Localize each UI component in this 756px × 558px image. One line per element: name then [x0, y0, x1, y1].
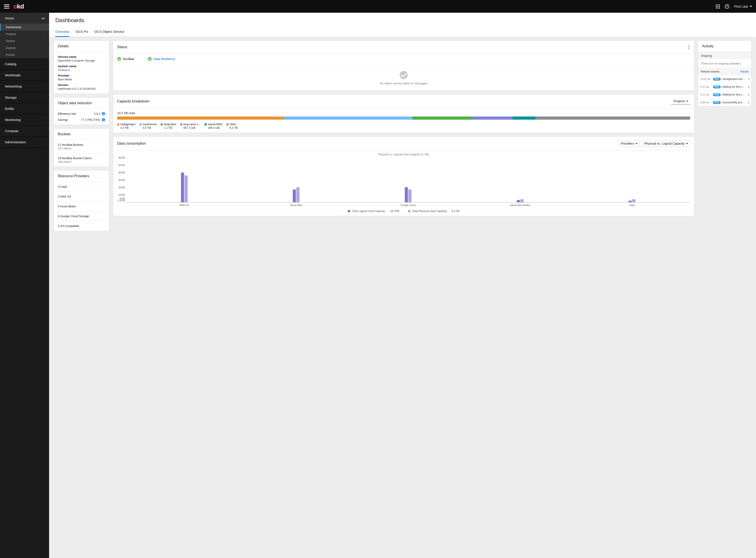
- bar-logical: [405, 187, 408, 202]
- help-icon[interactable]: ?: [725, 4, 729, 9]
- providers-card: Resource Providers 3 Ceph3 AWS S34 Azure…: [54, 170, 109, 231]
- event-row[interactable]: 9:08 amPVCSuccessfully provision...: [698, 98, 751, 106]
- bar-physical: [520, 199, 523, 202]
- sidebar-item-compute[interactable]: Compute: [0, 125, 49, 136]
- provider-row[interactable]: 5 S3 Compatible: [54, 221, 109, 231]
- provider-row[interactable]: 3 Ceph: [54, 182, 109, 192]
- efficiency-label: Efficiency rate: [58, 112, 76, 116]
- y-tick: 40TiB: [119, 171, 125, 174]
- legend-physical-label: Total Physical Used Capacity: [412, 209, 447, 213]
- y-tick: 10TiB: [119, 194, 125, 196]
- service-name-label: Service name: [58, 55, 105, 58]
- bar-chart: 2.5TiB5TiB10TiB20TiB30TiB40TiB50TiB60TiB: [126, 158, 690, 202]
- capacity-legend: mybigproject4.3 TiBmyotherone3.8 TiBtest…: [117, 123, 690, 129]
- buckets-card: Buckets 12 NooBaa Buckets132 objects15 N…: [54, 128, 109, 167]
- legend-physical-value: 6.1TiB: [452, 209, 459, 213]
- bucket-sub: 132 objects: [58, 147, 105, 150]
- sidebar-item-search[interactable]: Search: [0, 37, 49, 44]
- sidebar-item-networking[interactable]: Networking: [0, 81, 49, 92]
- x-label: Azure Blob: [240, 204, 353, 206]
- capacity-segment: [412, 117, 473, 120]
- provider-row[interactable]: 4 Azure Blobs: [54, 201, 109, 211]
- consumption-sel-metric[interactable]: Physical vs. Logical Capacity: [642, 140, 690, 147]
- sidebar-item-builds[interactable]: Builds: [0, 103, 49, 114]
- sidebar-item-monitoring[interactable]: Monitoring: [0, 114, 49, 125]
- system-name-link[interactable]: noobaa: [58, 68, 68, 72]
- capacity-legend-item: skynet-9000198.4 GiB: [205, 123, 222, 129]
- checkmark-icon: [400, 71, 408, 79]
- bucket-title: 12 NooBaa Buckets: [58, 143, 105, 146]
- capacity-selector[interactable]: Projects: [671, 98, 690, 104]
- sidebar-item-projects[interactable]: Projects: [0, 31, 49, 37]
- capacity-segment: [513, 117, 536, 120]
- event-row[interactable]: 10:02 amPVCstorageclass.storage.k...: [698, 75, 751, 83]
- apps-grid-icon[interactable]: [716, 4, 720, 8]
- bucket-row[interactable]: 12 NooBaa Buckets132 objects: [54, 140, 109, 153]
- status-noobaa: NooBaa: [117, 57, 134, 61]
- tab-overview[interactable]: Overview: [55, 27, 70, 37]
- legend-swatch: [161, 123, 163, 125]
- tab-ocs-pv[interactable]: OCS PV: [76, 27, 88, 36]
- sidebar-item-catalog[interactable]: Catalog: [0, 58, 49, 70]
- caret-down-icon: [750, 6, 752, 7]
- bar-logical: [181, 173, 184, 202]
- chevron-down-icon: [42, 16, 45, 19]
- pause-button[interactable]: Pause: [740, 70, 749, 73]
- external-link-icon: ⧉: [68, 69, 70, 72]
- system-name-label: System name: [58, 65, 105, 68]
- capacity-legend-item: myotherone3.8 TiB: [139, 123, 157, 129]
- provider-row[interactable]: 6 Google Cloud Storage: [54, 211, 109, 221]
- efficiency-value: 3.8:1: [94, 112, 100, 116]
- consumption-heading: Data consumption: [117, 142, 146, 146]
- chart-title: Physical vs. Logical Used Capacity (in T…: [117, 153, 690, 156]
- version-value: ceph/ceph:v13.2.4-20190109: [58, 87, 105, 91]
- version-label: Version: [58, 83, 105, 86]
- sidebar-item-workloads[interactable]: Workloads: [0, 70, 49, 81]
- event-row[interactable]: 9:37 amPVCWaiting for first consu...: [698, 83, 751, 91]
- bar-group: [181, 173, 188, 202]
- legend-swatch: [117, 123, 119, 125]
- savings-value: 77.2 PiB (74%): [81, 118, 100, 121]
- y-tick: 30TiB: [119, 179, 125, 181]
- status-empty-message: No object service alerts or messages: [113, 82, 694, 85]
- pvc-badge: PVC: [713, 85, 721, 88]
- savings-label: Savings: [58, 118, 68, 121]
- bar-group: [517, 199, 523, 202]
- consumption-sel-providers[interactable]: Providers: [618, 140, 640, 147]
- bar-logical: [629, 201, 632, 202]
- bucket-sub: 148 objects: [58, 160, 105, 163]
- bar-group: [405, 187, 412, 202]
- sidebar-item-administration[interactable]: Administration: [0, 136, 49, 148]
- chevron-right-icon: [747, 101, 750, 104]
- event-message: Waiting for first consu...: [723, 93, 746, 96]
- capacity-segment: [472, 117, 513, 120]
- sidebar-item-storage[interactable]: Storage: [0, 92, 49, 103]
- user-menu[interactable]: First Last: [734, 4, 752, 8]
- tab-ocs-object-service[interactable]: OCS Object Service: [95, 27, 124, 36]
- bucket-title: 15 NooBaa Bucket Claims: [58, 156, 105, 160]
- bucket-row[interactable]: 15 NooBaa Bucket Claims148 objects: [54, 153, 109, 167]
- event-message: Waiting for first consu...: [723, 85, 746, 88]
- activity-card: Activity Ongoing There are no ongoing ac…: [698, 41, 752, 106]
- provider-row[interactable]: 3 AWS S3: [54, 192, 109, 201]
- info-icon[interactable]: i: [102, 112, 105, 116]
- capacity-used: 10.3 TiB used: [117, 111, 690, 115]
- sidebar-home-header[interactable]: Home: [0, 13, 49, 24]
- providers-heading: Resource Providers: [54, 171, 109, 182]
- info-icon[interactable]: i: [102, 118, 105, 121]
- legend-swatch: [227, 123, 229, 125]
- sidebar-item-dashboards[interactable]: Dashboards: [0, 24, 49, 31]
- event-row[interactable]: 9:12 amPVCWaiting for first consu...: [698, 91, 751, 98]
- sidebar-item-explore[interactable]: Explore: [0, 44, 49, 51]
- hamburger-menu-icon[interactable]: [4, 4, 9, 8]
- event-time: 10:02 am: [700, 78, 711, 80]
- bar-group: [629, 199, 635, 202]
- pvc-badge: PVC: [713, 101, 721, 104]
- kebab-icon[interactable]: [687, 44, 690, 50]
- legend-swatch: [180, 123, 182, 125]
- capacity-legend-item: Other8.3 TiB: [227, 123, 240, 129]
- capacity-legend-item: testproject1.1 TiB: [161, 123, 176, 129]
- x-label: kubernetes Nodes: [464, 204, 576, 206]
- sidebar-item-events[interactable]: Events: [0, 51, 49, 58]
- pvc-badge: PVC: [713, 93, 721, 96]
